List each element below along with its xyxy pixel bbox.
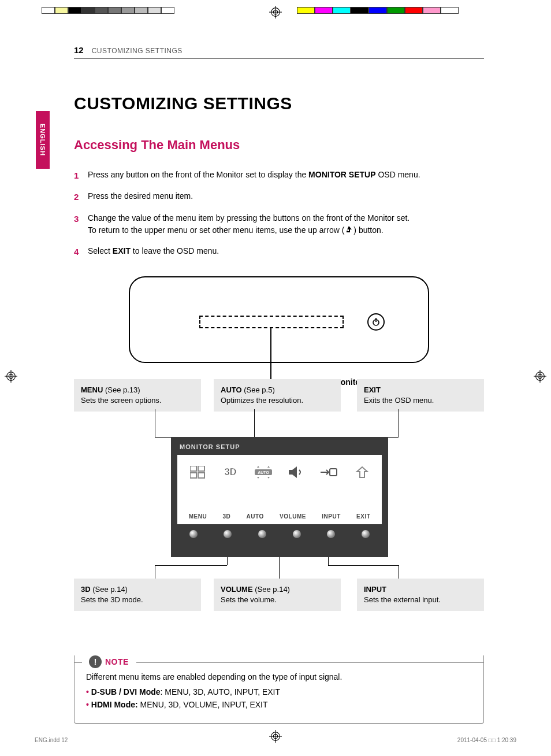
menu-icon: [186, 463, 209, 481]
note-box: ! NOTE Different menu items are enabled …: [74, 655, 484, 724]
osd-area: MENU (See p.13) Sets the screen options.…: [74, 379, 484, 645]
registration-mark-icon: [534, 370, 546, 384]
print-registration-top: [0, 5, 551, 16]
svg-rect-25: [330, 469, 337, 476]
footer-right: 2011-04-05 □□ 1:20:39: [457, 737, 516, 743]
steps-list: 1 Press any button on the front of the M…: [74, 169, 484, 259]
note-bullet-1: D-SUB / DVI Mode: MENU, 3D, AUTO, INPUT,…: [86, 685, 472, 698]
note-exclamation-icon: !: [89, 655, 102, 668]
infobox-auto: AUTO (See p.5) Optimizes the resolution.: [214, 379, 341, 412]
infobox-menu: MENU (See p.13) Sets the screen options.: [74, 379, 201, 412]
osd-labels-row: MENU 3D AUTO VOLUME INPUT EXIT: [181, 513, 378, 520]
step-3: 3 Change the value of the menu item by p…: [74, 212, 484, 238]
print-footer: ENG.indd 12 2011-04-05 □□ 1:20:39: [35, 737, 516, 743]
power-icon: [367, 313, 385, 331]
svg-rect-21: [198, 473, 204, 478]
running-head: 12 CUSTOMIZING SETTINGS: [74, 45, 484, 59]
step-1: 1 Press any button on the front of the M…: [74, 169, 484, 182]
language-tab: ENGLISH: [36, 111, 50, 169]
osd-physical-buttons: [173, 524, 386, 542]
3d-icon: 3D: [219, 463, 242, 481]
infobox-exit: EXIT Exits the OSD menu.: [357, 379, 484, 412]
svg-rect-20: [190, 473, 196, 478]
step-2: 2 Press the desired menu item.: [74, 190, 484, 203]
input-icon: [318, 463, 341, 481]
page-subtitle: Accessing The Main Menus: [74, 138, 484, 153]
infobox-volume: VOLUME (See p.14) Sets the volume.: [214, 579, 341, 611]
page-title: CUSTOMIZING SETTINGS: [74, 94, 484, 113]
svg-text:3D: 3D: [224, 467, 236, 477]
up-arrow-return-icon: [344, 225, 353, 238]
note-intro: Different menu items are enabled dependi…: [86, 670, 472, 683]
svg-rect-18: [190, 466, 196, 471]
exit-icon: [351, 463, 374, 481]
section-label: CUSTOMIZING SETTINGS: [92, 47, 183, 55]
infobox-input: INPUT Sets the external input.: [357, 579, 484, 611]
monitor-diagram: Monitor set Buttons: [129, 276, 429, 363]
osd-header: MONITOR SETUP: [173, 439, 386, 455]
osd-panel: MONITOR SETUP 3D AUTO MENU 3D AUTO VOLUM…: [171, 437, 388, 557]
svg-rect-19: [198, 466, 204, 471]
step-4: 4 Select EXIT to leave the OSD menu.: [74, 245, 484, 258]
volume-icon: [285, 463, 308, 481]
monitor-buttons-outline: [199, 316, 344, 328]
auto-icon: AUTO: [252, 463, 275, 481]
note-label: NOTE: [105, 657, 129, 666]
footer-left: ENG.indd 12: [35, 737, 68, 743]
svg-text:AUTO: AUTO: [258, 470, 269, 475]
registration-mark-icon: [5, 370, 17, 384]
infobox-3d: 3D (See p.14) Sets the 3D mode.: [74, 579, 201, 611]
registration-mark-icon: [269, 6, 282, 20]
page-number: 12: [74, 45, 84, 55]
note-bullet-2: HDMI Mode: MENU, 3D, VOLUME, INPUT, EXIT: [86, 698, 472, 711]
